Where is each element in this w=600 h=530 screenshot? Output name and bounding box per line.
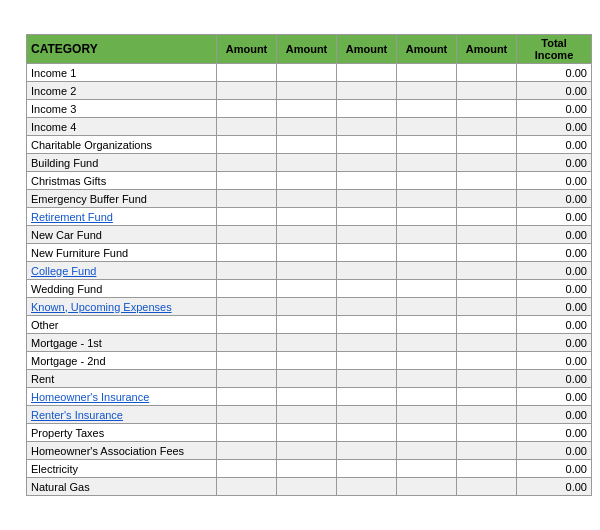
amount-cell[interactable] — [397, 316, 457, 334]
amount-cell[interactable] — [397, 100, 457, 118]
amount-cell[interactable] — [397, 154, 457, 172]
amount-cell[interactable] — [277, 442, 337, 460]
amount-cell[interactable] — [337, 136, 397, 154]
amount-cell[interactable] — [337, 226, 397, 244]
amount-cell[interactable] — [337, 352, 397, 370]
amount-cell[interactable] — [337, 262, 397, 280]
amount-cell[interactable] — [337, 64, 397, 82]
amount-cell[interactable] — [337, 316, 397, 334]
amount-cell[interactable] — [277, 172, 337, 190]
amount-cell[interactable] — [337, 442, 397, 460]
amount-cell[interactable] — [277, 118, 337, 136]
amount-cell[interactable] — [397, 280, 457, 298]
amount-cell[interactable] — [457, 226, 517, 244]
amount-cell[interactable] — [457, 370, 517, 388]
amount-cell[interactable] — [397, 226, 457, 244]
amount-cell[interactable] — [457, 316, 517, 334]
amount-cell[interactable] — [397, 424, 457, 442]
amount-cell[interactable] — [397, 352, 457, 370]
amount-cell[interactable] — [277, 406, 337, 424]
amount-cell[interactable] — [337, 406, 397, 424]
amount-cell[interactable] — [217, 136, 277, 154]
amount-cell[interactable] — [457, 388, 517, 406]
amount-cell[interactable] — [457, 478, 517, 496]
amount-cell[interactable] — [277, 316, 337, 334]
amount-cell[interactable] — [457, 190, 517, 208]
amount-cell[interactable] — [397, 370, 457, 388]
amount-cell[interactable] — [397, 262, 457, 280]
amount-cell[interactable] — [457, 406, 517, 424]
amount-cell[interactable] — [217, 208, 277, 226]
amount-cell[interactable] — [277, 388, 337, 406]
amount-cell[interactable] — [397, 478, 457, 496]
amount-cell[interactable] — [217, 262, 277, 280]
amount-cell[interactable] — [217, 334, 277, 352]
amount-cell[interactable] — [337, 388, 397, 406]
amount-cell[interactable] — [337, 190, 397, 208]
amount-cell[interactable] — [457, 460, 517, 478]
amount-cell[interactable] — [337, 172, 397, 190]
amount-cell[interactable] — [277, 190, 337, 208]
amount-cell[interactable] — [337, 460, 397, 478]
amount-cell[interactable] — [337, 208, 397, 226]
amount-cell[interactable] — [337, 118, 397, 136]
amount-cell[interactable] — [217, 190, 277, 208]
amount-cell[interactable] — [397, 460, 457, 478]
amount-cell[interactable] — [217, 388, 277, 406]
amount-cell[interactable] — [277, 298, 337, 316]
amount-cell[interactable] — [457, 262, 517, 280]
amount-cell[interactable] — [277, 64, 337, 82]
amount-cell[interactable] — [277, 280, 337, 298]
amount-cell[interactable] — [337, 280, 397, 298]
amount-cell[interactable] — [337, 244, 397, 262]
amount-cell[interactable] — [217, 460, 277, 478]
amount-cell[interactable] — [397, 298, 457, 316]
amount-cell[interactable] — [457, 82, 517, 100]
amount-cell[interactable] — [397, 82, 457, 100]
amount-cell[interactable] — [457, 172, 517, 190]
amount-cell[interactable] — [457, 352, 517, 370]
amount-cell[interactable] — [277, 244, 337, 262]
amount-cell[interactable] — [397, 136, 457, 154]
amount-cell[interactable] — [457, 136, 517, 154]
amount-cell[interactable] — [337, 82, 397, 100]
amount-cell[interactable] — [337, 334, 397, 352]
amount-cell[interactable] — [337, 298, 397, 316]
category-cell[interactable]: College Fund — [27, 262, 217, 280]
category-cell[interactable]: Renter's Insurance — [27, 406, 217, 424]
amount-cell[interactable] — [277, 478, 337, 496]
amount-cell[interactable] — [277, 370, 337, 388]
amount-cell[interactable] — [217, 226, 277, 244]
amount-cell[interactable] — [277, 226, 337, 244]
amount-cell[interactable] — [457, 208, 517, 226]
amount-cell[interactable] — [397, 244, 457, 262]
amount-cell[interactable] — [217, 172, 277, 190]
amount-cell[interactable] — [217, 352, 277, 370]
amount-cell[interactable] — [217, 442, 277, 460]
amount-cell[interactable] — [397, 172, 457, 190]
amount-cell[interactable] — [457, 118, 517, 136]
amount-cell[interactable] — [457, 424, 517, 442]
amount-cell[interactable] — [457, 64, 517, 82]
amount-cell[interactable] — [217, 298, 277, 316]
amount-cell[interactable] — [277, 208, 337, 226]
amount-cell[interactable] — [337, 370, 397, 388]
amount-cell[interactable] — [397, 442, 457, 460]
amount-cell[interactable] — [457, 298, 517, 316]
amount-cell[interactable] — [457, 154, 517, 172]
amount-cell[interactable] — [217, 100, 277, 118]
amount-cell[interactable] — [457, 280, 517, 298]
category-cell[interactable]: Known, Upcoming Expenses — [27, 298, 217, 316]
amount-cell[interactable] — [277, 100, 337, 118]
amount-cell[interactable] — [217, 280, 277, 298]
amount-cell[interactable] — [397, 64, 457, 82]
amount-cell[interactable] — [217, 424, 277, 442]
amount-cell[interactable] — [217, 406, 277, 424]
category-cell[interactable]: Retirement Fund — [27, 208, 217, 226]
amount-cell[interactable] — [217, 244, 277, 262]
amount-cell[interactable] — [457, 244, 517, 262]
amount-cell[interactable] — [277, 82, 337, 100]
amount-cell[interactable] — [397, 388, 457, 406]
amount-cell[interactable] — [217, 118, 277, 136]
amount-cell[interactable] — [337, 154, 397, 172]
